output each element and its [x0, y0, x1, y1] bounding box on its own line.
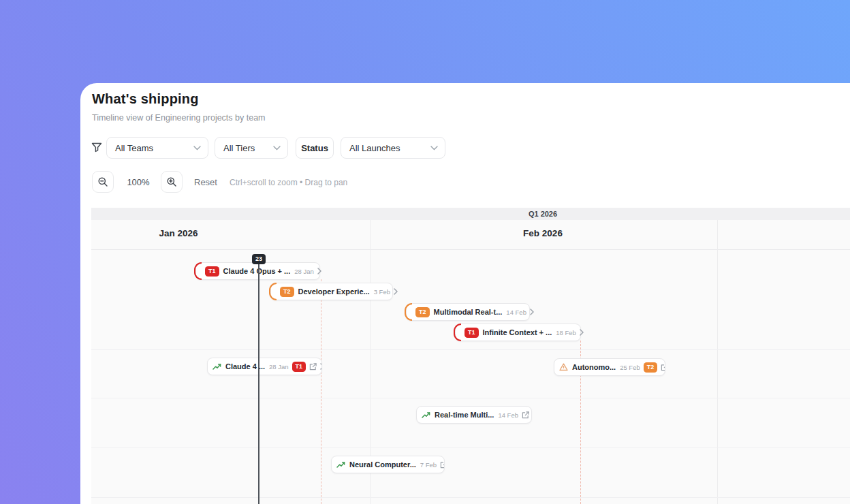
zoom-out-icon: [97, 176, 108, 187]
chevron-right-icon: [317, 268, 321, 274]
milestone-date: 28 Jan: [294, 268, 314, 275]
launch-pill-neural-computer[interactable]: Neural Computer... 7 Feb: [331, 456, 445, 473]
launch-pill-claude-4[interactable]: Claude 4 ... 28 Jan T1: [207, 358, 322, 375]
external-link-icon: [440, 461, 445, 469]
tiers-filter-dropdown[interactable]: All Tiers: [215, 137, 288, 159]
chevron-right-icon: [394, 288, 398, 295]
tiers-filter-value: All Tiers: [223, 143, 255, 153]
launches-filter-value: All Launches: [349, 143, 400, 153]
reset-zoom-button[interactable]: Reset: [194, 177, 217, 187]
chevron-down-icon: [273, 146, 281, 151]
quarter-label: Q1 2026: [529, 210, 557, 218]
filter-icon: [91, 142, 102, 153]
milestone-title: Claude 4 Opus + ...: [223, 267, 291, 275]
team-badge: T1: [205, 266, 219, 277]
trend-up-icon: [212, 363, 221, 371]
milestone-pill-infinite-context[interactable]: T1 Infinite Context + ... 18 Feb: [455, 324, 581, 341]
zoom-in-button[interactable]: [161, 171, 183, 193]
chevron-down-icon: [193, 146, 201, 151]
row-divider: [91, 447, 850, 448]
milestone-guide-line: [321, 279, 321, 504]
milestone-date: 14 Feb: [506, 309, 526, 316]
month-label-feb: Feb 2026: [523, 228, 563, 238]
whats-shipping-panel: What's shipping Timeline view of Enginee…: [80, 83, 850, 504]
teams-filter-value: All Teams: [115, 143, 153, 153]
today-date-badge: 23: [252, 254, 266, 264]
page-title: What's shipping: [92, 91, 199, 107]
trend-up-icon: [336, 461, 345, 469]
warning-icon: [559, 363, 568, 371]
launch-date: 25 Feb: [620, 364, 640, 371]
external-link-icon: [522, 411, 529, 419]
row-divider: [91, 398, 850, 398]
zoom-out-button[interactable]: [92, 171, 114, 193]
team-badge: T1: [465, 328, 479, 338]
launch-title: Real-time Multi...: [435, 411, 494, 419]
team-badge: T2: [644, 362, 658, 373]
zoom-in-icon: [166, 176, 177, 187]
milestone-date: 18 Feb: [556, 329, 576, 336]
launch-title: Neural Computer...: [349, 460, 416, 469]
month-header-row: Jan 2026 Feb 2026: [91, 220, 850, 250]
zoom-hint-text: Ctrl+scroll to zoom • Drag to pan: [230, 178, 347, 187]
team-badge: T1: [292, 362, 306, 372]
launch-date: 14 Feb: [498, 411, 518, 419]
chevron-right-icon: [320, 363, 322, 370]
milestone-start-bracket: [269, 283, 277, 300]
status-filter-button[interactable]: Status: [296, 137, 334, 159]
external-link-icon: [309, 363, 317, 371]
launch-pill-realtime-multi[interactable]: Real-time Multi... 14 Feb: [416, 406, 532, 424]
row-divider: [91, 349, 850, 350]
launch-date: 7 Feb: [420, 461, 437, 469]
launches-filter-dropdown[interactable]: All Launches: [341, 137, 445, 159]
milestone-start-bracket: [194, 262, 202, 280]
launch-title: Autonomo...: [572, 363, 616, 371]
milestone-start-bracket: [454, 324, 461, 341]
today-line: [258, 257, 259, 504]
milestone-pill-developer-experience[interactable]: T2 Developer Experie... 3 Feb: [270, 283, 393, 300]
milestone-start-bracket: [405, 303, 412, 321]
month-gridline: [717, 220, 718, 504]
milestone-pill-multimodal-realtime[interactable]: T2 Multimodal Real-t... 14 Feb: [406, 303, 530, 321]
chevron-down-icon: [430, 146, 438, 151]
chevron-right-icon: [530, 309, 534, 315]
page-subtitle: Timeline view of Engineering projects by…: [92, 113, 266, 123]
milestone-title: Infinite Context + ...: [483, 328, 552, 336]
launch-date: 28 Jan: [269, 363, 289, 371]
team-badge: T2: [280, 287, 294, 297]
timeline-canvas[interactable]: Q1 2026 Jan 2026 Feb 2026 23 T1 Claude 4…: [91, 208, 850, 504]
row-divider: [91, 497, 850, 498]
milestone-title: Developer Experie...: [298, 287, 370, 296]
milestone-date: 3 Feb: [374, 288, 390, 296]
teams-filter-dropdown[interactable]: All Teams: [106, 137, 208, 159]
month-label-jan: Jan 2026: [159, 228, 198, 238]
zoom-level-value: 100%: [119, 177, 158, 187]
milestone-title: Multimodal Real-t...: [434, 308, 503, 316]
launch-pill-autonomous[interactable]: Autonomo... 25 Feb T2: [554, 358, 665, 376]
team-badge: T2: [415, 307, 430, 317]
trend-up-icon: [422, 411, 430, 419]
chevron-right-icon: [580, 329, 584, 336]
quarter-header: Q1 2026: [91, 208, 850, 220]
desktop-background: What's shipping Timeline view of Enginee…: [0, 0, 850, 504]
external-link-icon: [661, 364, 665, 371]
month-header-divider: [91, 249, 850, 250]
